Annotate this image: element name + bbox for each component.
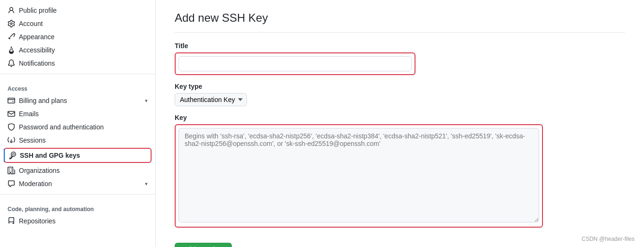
sidebar-item-label: Emails [19, 110, 39, 118]
add-ssh-key-button[interactable]: Add SSH key [175, 243, 232, 247]
repo-icon [8, 217, 15, 225]
key-form-group: Key [175, 114, 625, 228]
title-label: Title [175, 42, 625, 50]
sidebar-item-label: Repositories [19, 217, 56, 225]
sidebar-item-label: Billing and plans [19, 97, 67, 104]
footer-note: CSDN @header-files [582, 236, 635, 242]
sidebar-item-billing[interactable]: Billing and plans ▾ [0, 94, 155, 107]
sidebar-item-accessibility[interactable]: Accessibility [0, 43, 155, 57]
key-type-select[interactable]: Authentication Key Signing Key [175, 93, 247, 106]
key-textarea-wrapper [175, 124, 543, 228]
key-textarea[interactable] [178, 128, 539, 222]
comment-icon [8, 180, 15, 187]
sidebar-item-account[interactable]: Account [0, 17, 155, 30]
ssh-gpg-highlight: SSH and GPG keys [4, 148, 152, 163]
paintbrush-icon [8, 33, 15, 41]
sidebar-item-emails[interactable]: Emails [0, 107, 155, 120]
key-type-form-group: Key type Authentication Key Signing Key [175, 83, 625, 106]
title-input-wrapper [175, 52, 415, 75]
key-icon [8, 152, 16, 159]
org-icon [8, 167, 15, 174]
broadcast-icon [8, 136, 15, 144]
sidebar-item-label: Password and authentication [19, 123, 104, 131]
page-title: Add new SSH Key [175, 11, 625, 25]
bell-icon [8, 60, 15, 67]
person-icon [8, 7, 15, 14]
gear-icon [8, 20, 15, 27]
accessibility-icon [8, 46, 15, 54]
chevron-down-icon: ▾ [145, 98, 148, 104]
code-section-label: Code, planning, and automation [0, 198, 155, 214]
sidebar-item-notifications[interactable]: Notifications [0, 57, 155, 70]
sidebar-item-label: Account [19, 20, 43, 27]
sidebar-item-label: Organizations [19, 167, 59, 174]
sidebar-item-label: Accessibility [19, 46, 55, 54]
sidebar-item-repositories[interactable]: Repositories [0, 214, 155, 228]
sidebar-item-moderation[interactable]: Moderation ▾ [0, 177, 155, 190]
sidebar-divider-2 [0, 194, 155, 195]
shield-icon [8, 123, 15, 131]
key-type-label: Key type [175, 83, 625, 90]
sidebar-item-ssh-gpg[interactable]: SSH and GPG keys [5, 149, 151, 162]
sidebar: Public profile Account Appearance Access… [0, 0, 156, 247]
sidebar-divider [0, 74, 155, 74]
chevron-down-icon-moderation: ▾ [145, 181, 148, 187]
sidebar-item-public-profile[interactable]: Public profile [0, 4, 155, 17]
key-label: Key [175, 114, 625, 121]
sidebar-item-label: Public profile [19, 7, 57, 14]
sidebar-item-appearance[interactable]: Appearance [0, 30, 155, 43]
sidebar-item-sessions[interactable]: Sessions [0, 134, 155, 147]
sidebar-item-label: Notifications [19, 60, 55, 67]
sidebar-item-label: Moderation [19, 180, 52, 187]
title-form-group: Title [175, 42, 625, 75]
sidebar-item-label: SSH and GPG keys [20, 152, 80, 159]
access-section-label: Access [0, 78, 155, 94]
mail-icon [8, 110, 15, 118]
sidebar-item-label: Sessions [19, 136, 46, 144]
sidebar-item-label: Appearance [19, 33, 55, 41]
credit-card-icon [8, 97, 15, 104]
title-divider [175, 32, 625, 33]
main-content: Add new SSH Key Title Key type Authentic… [156, 0, 644, 247]
sidebar-item-organizations[interactable]: Organizations [0, 164, 155, 177]
sidebar-item-password[interactable]: Password and authentication [0, 120, 155, 134]
title-input[interactable] [178, 56, 412, 71]
